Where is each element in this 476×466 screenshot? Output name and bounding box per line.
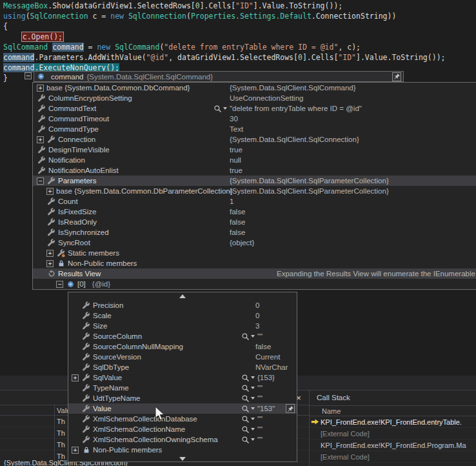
property-row[interactable]: −[0]{@id} (33, 279, 476, 289)
callstack-panel: Call Stack Name KPI_FrontEnd.exe!KPI_Fro… (309, 390, 476, 466)
static-icon (56, 249, 66, 258)
collapse-icon[interactable]: − (56, 281, 63, 288)
property-row[interactable]: ColumnEncryptionSettingUseConnectionSett… (33, 93, 476, 103)
property-row[interactable]: NotificationAutoEnlisttrue (33, 165, 476, 176)
indent-spacer (37, 222, 46, 223)
expand-icon[interactable]: + (72, 374, 79, 381)
code-line[interactable]: c.Open(); (3, 32, 446, 42)
wrench-icon (37, 125, 46, 134)
scroll-up-icon[interactable] (68, 292, 297, 300)
property-row[interactable]: Value"153" (68, 403, 297, 414)
caret-down-icon[interactable] (251, 407, 255, 410)
property-row[interactable]: +base {System.Data.Common.DbCommand}{Sys… (33, 83, 476, 93)
frame-text: KPI_FrontEnd.exe!KPI_FrontEnd.Program.Ma (321, 441, 466, 449)
property-row[interactable]: −Parameters{System.Data.SqlClient.SqlPar… (33, 176, 476, 186)
property-name: SourceVersion (93, 353, 141, 361)
property-row[interactable]: Count1 (33, 196, 476, 207)
pin-icon[interactable] (392, 72, 401, 81)
code-line[interactable]: using(SqlConnection c = new SqlConnectio… (3, 11, 446, 21)
caret-down-icon[interactable] (251, 428, 255, 431)
property-row[interactable]: +Connection{System.Data.SqlClient.SqlCon… (33, 134, 476, 145)
expand-icon[interactable]: + (37, 136, 44, 143)
name-column-header[interactable]: Name (310, 405, 476, 416)
expand-icon[interactable]: + (46, 188, 54, 195)
magnifier-icon[interactable] (241, 436, 255, 444)
property-row[interactable]: CommandTimeout30 (33, 114, 476, 124)
expand-icon[interactable]: + (37, 85, 44, 92)
magnifier-icon[interactable] (241, 425, 255, 434)
property-row[interactable]: +Static members (33, 248, 476, 258)
datatip-root-collapse-icon[interactable]: − (25, 72, 32, 79)
property-value: false (230, 218, 245, 226)
property-value-cell: {System.Data.SqlClient.SqlConnection} (230, 134, 359, 145)
property-row[interactable]: XmlSchemaCollectionOwningSchema"" (68, 434, 297, 445)
collapse-icon[interactable]: − (37, 177, 44, 185)
param-icon (66, 280, 75, 289)
code-line[interactable]: MessageBox.Show(dataGridView1.SelectedRo… (3, 1, 446, 11)
property-row[interactable]: +Non-Public members (68, 445, 297, 455)
magnifier-icon[interactable] (241, 332, 255, 341)
magnifier-icon[interactable] (241, 415, 255, 423)
property-row[interactable]: TypeName"" (68, 383, 297, 393)
pin-icon[interactable] (286, 404, 295, 413)
scroll-down-icon[interactable] (68, 455, 297, 463)
property-row[interactable]: SourceColumn"" (68, 331, 297, 341)
property-row[interactable]: IsSynchronizedfalse (33, 227, 476, 238)
property-row[interactable]: XmlSchemaCollectionName"" (68, 424, 297, 434)
caret-down-icon[interactable] (251, 438, 255, 441)
code-line[interactable]: command.Parameters.AddWithValue("@id", d… (3, 52, 446, 63)
caret-down-icon[interactable] (251, 387, 255, 389)
callstack-frame[interactable]: [External Code] (310, 428, 476, 440)
property-row[interactable]: UdtTypeName"" (68, 393, 297, 403)
property-row[interactable]: Results ViewExpanding the Results View w… (33, 268, 476, 279)
property-row[interactable]: Scale0 (68, 310, 297, 321)
property-row[interactable]: Precision0 (68, 300, 297, 310)
property-value: "" (257, 394, 263, 402)
property-row[interactable]: XmlSchemaCollectionDatabase"" (68, 414, 297, 424)
callstack-frame[interactable]: [External Code] (310, 451, 476, 463)
property-row[interactable]: IsFixedSizefalse (33, 207, 476, 217)
property-row[interactable]: Notificationnull (33, 155, 476, 165)
code-line[interactable]: { (3, 21, 446, 32)
magnifier-icon[interactable] (241, 374, 255, 382)
property-name: SqlValue (93, 374, 122, 381)
code-segment: { (3, 22, 8, 31)
property-row[interactable]: Size3 (68, 321, 297, 331)
property-value: false (255, 343, 271, 350)
code-segment: "ID" (338, 53, 356, 62)
property-row[interactable]: CommandText"delete from entryTable where… (33, 103, 476, 114)
code-segment: .Parameters.AddWithValue( (34, 53, 146, 62)
expand-icon[interactable]: + (72, 447, 79, 454)
property-row[interactable]: SqlDbTypeNVarChar (68, 362, 297, 372)
expand-icon[interactable]: + (46, 250, 54, 257)
magnifier-icon[interactable] (241, 384, 255, 392)
magnifier-icon[interactable] (213, 105, 227, 113)
caret-down-icon[interactable] (223, 107, 227, 110)
callstack-frame[interactable]: KPI_FrontEnd.exe!KPI_FrontEnd.Program.Ma (310, 440, 476, 451)
expand-icon[interactable]: + (46, 260, 54, 267)
caret-down-icon[interactable] (251, 418, 255, 420)
wrench-icon (81, 353, 91, 361)
property-row[interactable]: +Non-Public members (33, 258, 476, 268)
property-row[interactable]: SyncRoot{object} (33, 238, 476, 248)
property-row[interactable]: +SqlValue{153} (68, 372, 297, 383)
wrench-icon (46, 218, 56, 227)
magnifier-icon[interactable] (241, 394, 255, 403)
datatip-header[interactable]: command {System.Data.SqlClient.SqlComman… (34, 71, 404, 82)
code-segment: command (3, 63, 34, 72)
property-row[interactable]: DesignTimeVisibletrue (33, 145, 476, 155)
property-row[interactable]: CommandTypeText (33, 124, 476, 134)
property-row[interactable]: SourceColumnNullMappingfalse (68, 341, 297, 352)
property-value-cell: "153" (241, 403, 275, 414)
caret-down-icon[interactable] (251, 335, 255, 338)
frame-text: KPI_FrontEnd.exe!KPI_FrontEnd.entryTable… (321, 418, 462, 426)
property-row[interactable]: +base {System.Data.Common.DbParameterCol… (33, 186, 476, 196)
code-line[interactable]: SqlCommand command = new SqlCommand("del… (3, 42, 446, 52)
property-row[interactable]: SourceVersionCurrent (68, 352, 297, 362)
callstack-frame[interactable]: KPI_FrontEnd.exe!KPI_FrontEnd.entryTable… (310, 416, 476, 428)
magnifier-icon[interactable] (241, 405, 255, 413)
wrench-icon (81, 415, 91, 423)
caret-down-icon[interactable] (251, 397, 255, 400)
caret-down-icon[interactable] (251, 376, 255, 379)
property-row[interactable]: IsReadOnlyfalse (33, 217, 476, 227)
